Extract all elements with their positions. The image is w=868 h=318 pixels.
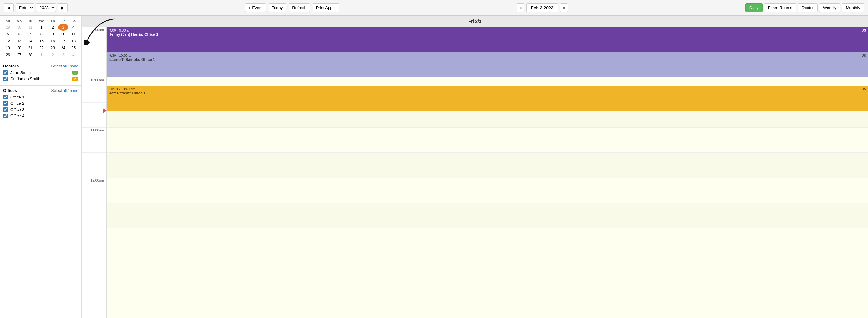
calendar-day-cell[interactable]: 11 [68,31,79,38]
calendar-day-cell[interactable]: 8 [35,31,48,38]
appointment-patient: Laurie T. Sample: Office 1 [109,57,866,62]
office-name: Office 4 [10,114,25,118]
calendar-day-cell[interactable]: 26 [2,52,13,58]
offices-section: Offices Select all / none Office 1Office… [0,85,81,122]
calendar-day-cell[interactable]: 17 [58,38,68,44]
calendar-day-cell[interactable]: 3 [58,52,68,58]
sidebar: SuMoTuWeThFrSa29303112345678910111213141… [0,16,82,318]
refresh-btn[interactable]: Refresh [289,3,310,12]
offices-all-link[interactable]: all [63,89,66,93]
date-nav: « Feb 3 2023 » [517,3,568,12]
top-bar-left: ◀ JanFebMarAprMayJunJulAugSepOctNovDec 2… [4,3,68,12]
calendar-day-cell[interactable]: 12 [2,38,13,44]
mini-calendar: SuMoTuWeThFrSa29303112345678910111213141… [0,16,81,61]
office-checkbox[interactable] [3,114,8,118]
time-row[interactable] [107,178,868,203]
time-row[interactable] [107,203,868,228]
month-select[interactable]: JanFebMarAprMayJunJulAugSepOctNovDec [16,3,34,12]
doctors-header: Doctors Select all / none [3,64,78,68]
next-month-btn[interactable]: ▶ [58,3,68,12]
doctors-all-link[interactable]: all [63,64,66,68]
top-bar: ◀ JanFebMarAprMayJunJulAugSepOctNovDec 2… [0,0,868,16]
time-slot: 9:00am [82,27,106,52]
office-checkbox[interactable] [3,95,8,99]
calendar-day-cell[interactable]: 2 [48,52,58,58]
today-btn[interactable]: Today [269,3,286,12]
time-row[interactable] [107,153,868,178]
office-name: Office 3 [10,107,25,112]
appointment-time: 9:30 - 10:00 am [109,54,866,57]
time-row[interactable] [107,128,868,153]
main-layout: SuMoTuWeThFrSa29303112345678910111213141… [0,16,868,318]
calendar-day-cell[interactable]: 4 [68,24,79,31]
calendar-day-cell[interactable]: 4 [68,52,79,58]
calendar-day-cell[interactable]: 24 [58,44,68,52]
calendar-day-cell[interactable]: 1 [35,52,48,58]
calendar-day-cell[interactable]: 14 [25,38,35,44]
office-checkbox[interactable] [3,107,8,112]
view-btn-doctor[interactable]: Doctor [798,3,818,12]
time-slot [82,203,106,228]
office-item: Office 4 [3,114,78,118]
doctor-checkbox[interactable] [3,76,8,81]
appointment-initials: JS [862,29,866,32]
calendar-day-cell[interactable]: 9 [48,31,58,38]
events-column: 9:00 - 9:30 amJenny (Jen) Harris: Office… [107,27,868,318]
calendar-day-cell[interactable]: 7 [25,31,35,38]
office-name: Office 2 [10,101,25,106]
calendar-day-cell[interactable]: 29 [2,24,13,31]
calendar-day-cell[interactable]: 25 [68,44,79,52]
appointment-block[interactable]: 9:00 - 9:30 amJenny (Jen) Harris: Office… [107,27,868,52]
calendar-day-cell[interactable]: 10 [58,31,68,38]
prev-month-btn[interactable]: ◀ [4,3,14,12]
offices-header: Offices Select all / none [3,88,78,93]
prev-date-btn[interactable]: « [517,3,524,12]
appointment-patient: Jenny (Jen) Harris: Office 1 [109,32,866,37]
offices-none-link[interactable]: none [70,89,78,93]
calendar-day-cell[interactable]: 16 [48,38,58,44]
calendar-day-cell[interactable]: 18 [68,38,79,44]
time-column: 9:00am10:00am11:00am12:00pm [82,27,107,318]
calendar-day-cell[interactable]: 30 [13,24,25,31]
time-slot: 12:00pm [82,178,106,203]
calendar-body: 9:00am10:00am11:00am12:00pm 9:00 - 9:30 … [82,27,868,318]
calendar-day-cell[interactable]: 20 [13,44,25,52]
view-btn-weekly[interactable]: Weekly [819,3,840,12]
calendar-day-cell[interactable]: 22 [35,44,48,52]
doctor-checkbox[interactable] [3,70,8,75]
calendar-day-cell[interactable]: 3 [58,24,68,31]
appointment-block[interactable]: 9:30 - 10:00 amLaurie T. Sample: Office … [107,52,868,77]
appointment-patient: Jeff Patient: Office 1 [109,91,866,95]
calendar-day-cell[interactable]: 5 [2,31,13,38]
view-btn-monthly[interactable]: Monthly [842,3,864,12]
offices-select-links: Select all / none [52,89,78,93]
doctors-none-link[interactable]: none [70,64,78,68]
offices-list: Office 1Office 2Office 3Office 4 [3,95,78,118]
calendar-day-cell[interactable]: 19 [2,44,13,52]
doctor-count-badge: 2 [72,77,78,81]
office-checkbox[interactable] [3,101,8,106]
doctors-list: Jane Smith1Dr. James Smith2 [3,70,78,81]
print-btn[interactable]: Print Appts [313,3,339,12]
year-select[interactable]: 20202021202220232024 [36,3,56,12]
time-slot [82,52,106,77]
add-event-btn[interactable]: + Event [245,3,266,12]
cal-day-header: Fr [58,18,68,24]
cal-day-header: Mo [13,18,25,24]
calendar-day-cell[interactable]: 15 [35,38,48,44]
appointment-block[interactable]: 10:10 - 10:40 amJeff Patient: Office 1JS [107,86,868,111]
calendar-day-cell[interactable]: 28 [25,52,35,58]
view-btn-daily[interactable]: Daily [745,3,763,12]
calendar-day-cell[interactable]: 6 [13,31,25,38]
calendar-day-cell[interactable]: 1 [35,24,48,31]
current-date-display: Feb 3 2023 [526,3,558,12]
view-btn-exam-rooms[interactable]: Exam Rooms [764,3,797,12]
calendar-day-cell[interactable]: 27 [13,52,25,58]
calendar-day-cell[interactable]: 31 [25,24,35,31]
calendar-day-cell[interactable]: 23 [48,44,58,52]
calendar-day-cell[interactable]: 13 [13,38,25,44]
calendar-day-cell[interactable]: 21 [25,44,35,52]
calendar-day-cell[interactable]: 2 [48,24,58,31]
office-name: Office 1 [10,95,25,99]
next-date-btn[interactable]: » [560,3,568,12]
